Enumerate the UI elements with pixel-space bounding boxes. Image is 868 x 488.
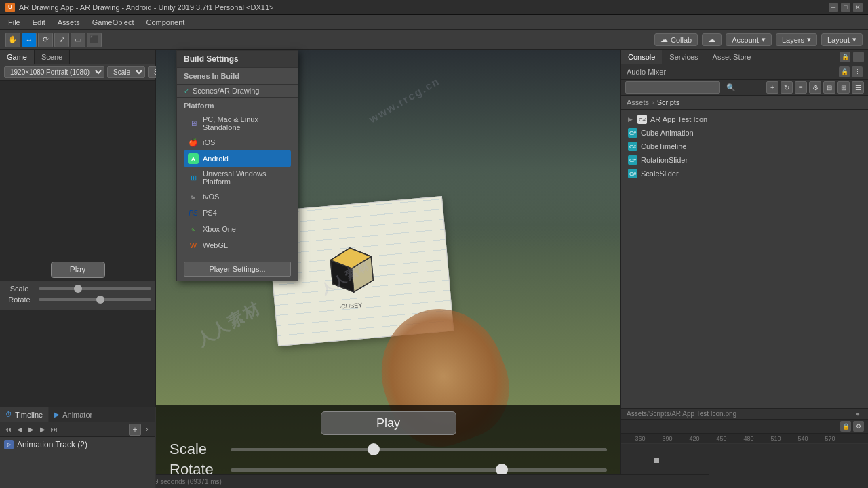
rotate-tool[interactable]: ⟳	[38, 33, 53, 47]
resolution-dropdown[interactable]: 1920×1080 Portrait (1080)	[4, 66, 104, 78]
tl-step-fwd-btn[interactable]: ▶	[37, 424, 48, 435]
overlay-play-button[interactable]: Play	[321, 411, 456, 435]
search-icon[interactable]: 🔍	[726, 82, 736, 93]
platform-tvos[interactable]: tv tvOS	[184, 188, 291, 205]
breadcrumb-sep: ›	[652, 98, 654, 106]
list-view-btn[interactable]: ☰	[852, 81, 864, 94]
menu-assets[interactable]: Assets	[52, 17, 85, 28]
script-ar-app-test-icon[interactable]: ▶ C# AR App Test Icon	[621, 113, 868, 126]
script-label-3: CubeTimeline	[641, 142, 686, 150]
script-scale-slider[interactable]: C# ScaleSlider	[621, 167, 868, 180]
tab-scene[interactable]: Scene	[35, 50, 70, 64]
animator-tab-label: Animator	[62, 411, 92, 419]
minimize-button[interactable]: ─	[829, 3, 838, 12]
left-panel-tabs: Game Scene	[0, 50, 155, 64]
tl-add-button[interactable]: +	[129, 424, 141, 436]
scale-dropdown[interactable]: Scale	[107, 66, 145, 78]
layout-button[interactable]: Layout ▾	[821, 33, 863, 46]
refresh-btn[interactable]: ↻	[781, 81, 793, 94]
collapse-btn[interactable]: ⊟	[823, 81, 835, 94]
play-button-left[interactable]: Play	[51, 262, 105, 278]
rotate-slider-thumb[interactable]	[96, 296, 104, 304]
platform-xbox[interactable]: ⊙ Xbox One	[184, 221, 291, 237]
maximize-button[interactable]: □	[841, 3, 850, 12]
scale-tool[interactable]: ⤢	[54, 33, 69, 47]
move-tool[interactable]: ↔	[22, 33, 37, 47]
expand-icon-1: ▶	[628, 116, 633, 123]
scale-slider-thumb[interactable]	[74, 285, 82, 293]
cube-timeline-icon: C#	[628, 142, 637, 151]
audio-mixer-more[interactable]: ⋮	[852, 66, 863, 77]
timeline-lock-icon[interactable]: 🔒	[840, 421, 851, 432]
platform-ios[interactable]: 🍎 iOS	[184, 134, 291, 150]
hand-tool[interactable]: ✋	[5, 33, 20, 47]
menu-edit[interactable]: Edit	[27, 17, 51, 28]
timeline-track-area	[621, 444, 868, 478]
script-cube-timeline[interactable]: C# CubeTimeline	[621, 140, 868, 153]
scene-item[interactable]: ✓ Scenes/AR Drawing	[177, 85, 298, 97]
tab-game[interactable]: Game	[0, 50, 35, 64]
tl-prev-btn[interactable]: ⏮	[3, 424, 14, 435]
platform-ps4[interactable]: PS PS4	[184, 205, 291, 221]
overlay-scale-thumb[interactable]	[368, 443, 380, 455]
audio-mixer-lock[interactable]: 🔒	[839, 66, 850, 77]
platform-uwp[interactable]: ⊞ Universal Windows Platform	[184, 167, 291, 188]
layout-chevron: ▾	[852, 35, 856, 44]
lock-icon[interactable]: 🔒	[840, 52, 850, 62]
settings-btn-assets[interactable]: ⚙	[809, 81, 821, 94]
player-settings-button[interactable]: Player Settings...	[184, 262, 291, 277]
tl-next-btn[interactable]: ⏭	[49, 424, 60, 435]
assets-path-bar: Assets/Scripts/AR App Test Icon.png ●	[621, 408, 868, 419]
tool-group: ✋ ↔ ⟳ ⤢ ▭ ⬛	[5, 33, 106, 47]
script-label-1: AR App Test Icon	[650, 115, 707, 123]
script-cube-animation[interactable]: C# Cube Animation	[621, 126, 868, 140]
right-content: Audio Mixer 🔒 ⋮ 🔍 + ↻ ≡ ⚙ ⊟ ⊞	[621, 64, 868, 408]
rotation-slider-icon: C#	[628, 155, 637, 165]
ruler-450: 450	[708, 435, 735, 442]
create-btn[interactable]: +	[766, 81, 778, 94]
platform-pc[interactable]: 🖥 PC, Mac & Linux Standalone	[184, 113, 291, 134]
tab-timeline[interactable]: ⏱ Timeline	[0, 407, 49, 422]
timeline-settings-icon[interactable]: ⚙	[853, 421, 864, 432]
overlay-rotate-track	[231, 468, 607, 472]
timeline-tab-icon: ⏱	[5, 411, 12, 418]
assets-toolbar: + ↻ ≡ ⚙ ⊟ ⊞ ☰	[766, 81, 864, 94]
tab-console[interactable]: Console	[621, 50, 663, 64]
timeline-tab-label: Timeline	[15, 411, 43, 419]
account-button[interactable]: Account ▾	[726, 33, 772, 46]
tl-chevron-btn[interactable]: ›	[142, 424, 153, 435]
menu-file[interactable]: File	[3, 17, 26, 28]
rect-tool[interactable]: ▭	[71, 33, 85, 47]
tab-services[interactable]: Services	[663, 50, 705, 64]
close-button[interactable]: ✕	[853, 3, 863, 12]
ar-app-icon: C#	[637, 115, 647, 124]
menu-component[interactable]: Component	[140, 17, 190, 28]
layers-button[interactable]: Layers ▾	[776, 33, 817, 46]
platform-webgl[interactable]: W WebGL	[184, 237, 291, 253]
menu-gameobject[interactable]: GameObject	[87, 17, 140, 28]
tab-animator[interactable]: ▶ Animator	[49, 407, 98, 422]
timeline-ruler: 360 390 420 450 480 510 540 570	[621, 434, 868, 444]
search-input[interactable]	[625, 81, 720, 94]
script-rotation-slider[interactable]: C# RotationSlider	[621, 153, 868, 167]
tl-step-back-btn[interactable]: ◀	[14, 424, 25, 435]
ruler-540: 540	[789, 435, 816, 442]
overlay-rotate-thumb[interactable]	[496, 464, 508, 476]
breadcrumb-assets[interactable]: Assets	[627, 98, 649, 106]
tvos-label: tvOS	[203, 192, 219, 201]
tab-asset-store[interactable]: Asset Store	[706, 50, 759, 64]
filter-btn[interactable]: ≡	[795, 81, 807, 94]
tl-play-btn[interactable]: ▶	[26, 424, 37, 435]
more-icon[interactable]: ⋮	[853, 52, 864, 62]
ruler-420: 420	[681, 435, 708, 442]
grid-view-btn[interactable]: ⊞	[837, 81, 850, 94]
collab-button[interactable]: ☁ Collab	[654, 33, 698, 46]
platform-android[interactable]: A Android	[184, 150, 291, 167]
rotate-slider-track	[39, 298, 151, 301]
window-controls[interactable]: ─ □ ✕	[829, 3, 863, 12]
breadcrumb-scripts[interactable]: Scripts	[657, 98, 680, 106]
collab-icon: ☁	[660, 35, 668, 44]
cloud-button[interactable]: ☁	[702, 33, 722, 46]
scale-label-left: Scale	[4, 285, 35, 293]
transform-tool[interactable]: ⬛	[87, 33, 102, 47]
